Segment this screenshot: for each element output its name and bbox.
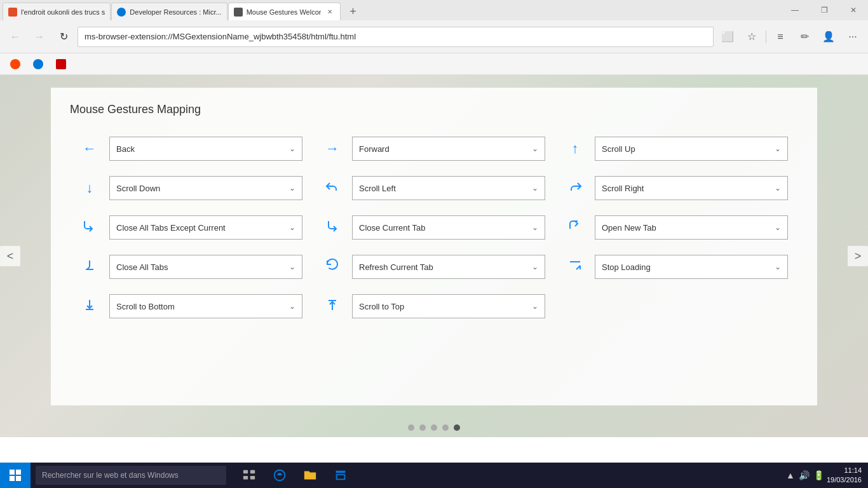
gesture-select-close-all-except[interactable]: Close All Tabs Except Current ⌄ [109,215,302,240]
store-button[interactable] [328,463,353,488]
tab-favicon-1 [8,8,17,17]
tab-3[interactable]: Mouse Gestures Welcor ✕ [228,3,341,20]
clock: 11:14 19/03/2016 [827,466,862,485]
chevron-down-icon-close-all-except: ⌄ [289,223,295,232]
gesture-arrow-open-new-tab [566,219,585,237]
svg-rect-7 [250,476,255,480]
chevron-down-icon-refresh: ⌄ [532,262,538,271]
svg-rect-3 [16,476,21,481]
gesture-label-close-all: Close All Tabs [116,262,168,272]
browser-toolbar: ← → ↻ ms-browser-extension://MSGextensio… [0,20,868,53]
gesture-empty [555,287,798,326]
gesture-arrow-scroll-left [323,179,342,198]
bookmark-icon-2 [33,59,43,69]
minimize-button[interactable]: — [780,0,810,20]
forward-button[interactable]: → [29,27,50,47]
date-display: 19/03/2016 [827,475,862,485]
gesture-scroll-down: ↓ Scroll Down ⌄ [70,168,313,208]
dot-2[interactable] [419,424,426,431]
address-text: ms-browser-extension://MSGextensionName_… [85,32,356,41]
taskbar-search[interactable]: Rechercher sur le web et dans Windows [36,466,226,485]
chevron-down-icon-scroll-right: ⌄ [775,184,781,193]
tab-2[interactable]: Developer Resources : Micr... [111,3,227,20]
tab-label-1: l'endroit oukonli des trucs s [21,8,105,16]
gesture-label-close-current: Close Current Tab [359,223,426,233]
chevron-down-icon-scroll-left: ⌄ [532,184,538,193]
svg-rect-5 [250,470,255,474]
gesture-select-back[interactable]: Back ⌄ [109,137,302,161]
edge-button[interactable] [267,463,292,488]
gesture-select-scroll-up[interactable]: Scroll Up ⌄ [595,137,788,161]
dot-5[interactable] [454,424,460,431]
gesture-arrow-back: ← [80,140,99,157]
more-button[interactable]: ··· [843,27,863,47]
gesture-scroll-up: ↑ Scroll Up ⌄ [555,129,798,168]
gesture-select-scroll-right[interactable]: Scroll Right ⌄ [595,176,788,200]
gesture-select-stop-loading[interactable]: Stop Loading ⌄ [595,255,788,279]
time-display: 11:14 [827,466,862,475]
gesture-label-open-new-tab: Open New Tab [602,223,656,233]
bookmark-1[interactable] [5,57,25,72]
gesture-scroll-left: Scroll Left ⌄ [313,168,555,208]
gesture-close-all: Close All Tabs ⌄ [70,247,313,287]
back-button[interactable]: ← [5,27,25,47]
maximize-button[interactable]: ❐ [810,0,839,20]
bookmark-icon-1 [10,59,20,69]
gesture-select-close-current[interactable]: Close Current Tab ⌄ [352,215,545,240]
gesture-label-back: Back [116,144,135,154]
gesture-open-new-tab: Open New Tab ⌄ [555,208,798,247]
gesture-select-open-new-tab[interactable]: Open New Tab ⌄ [595,215,788,240]
gesture-scroll-top: Scroll to Top ⌄ [313,287,555,326]
gesture-select-scroll-left[interactable]: Scroll Left ⌄ [352,176,545,200]
chevron-down-icon-scroll-top: ⌄ [532,302,538,311]
gesture-select-scroll-bottom[interactable]: Scroll to Bottom ⌄ [109,294,302,318]
explorer-button[interactable] [297,463,323,488]
system-icons: ▲ 🔊 🔋 [786,470,824,480]
tab-favicon-3 [234,8,243,17]
carousel-left-arrow[interactable]: < [0,246,20,266]
refresh-button[interactable]: ↻ [53,27,74,47]
gesture-scroll-right: Scroll Right ⌄ [555,168,798,208]
close-button[interactable]: ✕ [839,0,868,20]
tab-1[interactable]: l'endroit oukonli des trucs s [3,3,111,20]
favorites-button[interactable]: ☆ [742,27,762,47]
battery-icon: 🔋 [813,470,824,480]
carousel-right-arrow[interactable]: > [848,246,868,266]
bookmark-2[interactable] [28,57,48,72]
start-button[interactable] [0,463,31,488]
chevron-down-icon-scroll-down: ⌄ [289,184,295,193]
dot-1[interactable] [408,424,414,431]
bookmark-3[interactable] [51,57,71,72]
gesture-arrow-close-all-except [80,219,99,237]
gesture-label-scroll-up: Scroll Up [602,144,635,154]
tab-close-3[interactable]: ✕ [325,7,335,17]
dot-3[interactable] [431,424,437,431]
svg-rect-2 [10,476,15,481]
gesture-select-close-all[interactable]: Close All Tabs ⌄ [109,255,302,279]
gesture-forward: → Forward ⌄ [313,129,555,168]
gesture-select-scroll-down[interactable]: Scroll Down ⌄ [109,176,302,200]
network-icon: ▲ [786,470,795,480]
volume-icon: 🔊 [799,470,810,480]
gesture-arrow-refresh [323,258,342,276]
page-content: < > Mouse Gestures Mapping ← Back ⌄ → Fo… [0,75,868,437]
gesture-arrow-scroll-up: ↑ [566,140,585,157]
hub-button[interactable]: ≡ [770,27,790,47]
new-tab-button[interactable]: + [344,3,362,20]
gesture-select-scroll-top[interactable]: Scroll to Top ⌄ [352,294,545,318]
gesture-label-scroll-bottom: Scroll to Bottom [116,302,175,311]
gesture-select-forward[interactable]: Forward ⌄ [352,137,545,161]
account-button[interactable]: 👤 [818,27,839,47]
main-card: Mouse Gestures Mapping ← Back ⌄ → Forwar… [51,88,817,405]
gesture-label-scroll-right: Scroll Right [602,184,644,193]
gesture-select-refresh[interactable]: Refresh Current Tab ⌄ [352,255,545,279]
notes-button[interactable]: ✏ [794,27,815,47]
toolbar-right: ⬜ ☆ ≡ ✏ 👤 ··· [717,27,863,47]
reading-view-button[interactable]: ⬜ [717,27,738,47]
task-view-button[interactable] [236,463,262,488]
dot-4[interactable] [442,424,449,431]
address-bar[interactable]: ms-browser-extension://MSGextensionName_… [78,27,714,47]
gesture-label-close-all-except: Close All Tabs Except Current [116,223,226,233]
gesture-back: ← Back ⌄ [70,129,313,168]
chevron-down-icon-scroll-bottom: ⌄ [289,302,295,311]
